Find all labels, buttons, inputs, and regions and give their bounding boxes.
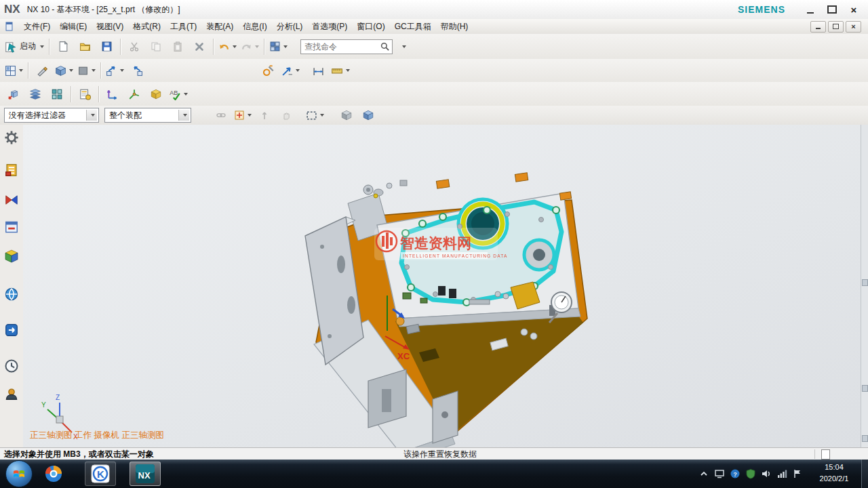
- ruler-button[interactable]: [329, 62, 352, 79]
- clock-time: 15:04: [810, 462, 859, 473]
- marquee-select-button[interactable]: [304, 106, 326, 124]
- sketch-button[interactable]: [31, 62, 53, 79]
- selection-filter-dropdown[interactable]: 没有选择过滤器: [4, 108, 99, 123]
- part-navigator-icon[interactable]: [4, 220, 19, 235]
- tray-chevron-up-icon[interactable]: [698, 468, 709, 479]
- spell-check-icon: AB: [169, 88, 181, 100]
- menu-view[interactable]: 视图(V): [92, 20, 128, 34]
- window-layout-button[interactable]: [267, 38, 290, 56]
- web-browser-icon[interactable]: [4, 287, 19, 302]
- redo-button[interactable]: [239, 38, 261, 56]
- move-component-button[interactable]: [3, 85, 24, 103]
- snap-arrow-button[interactable]: [254, 106, 275, 124]
- scroll-mark[interactable]: [862, 385, 868, 392]
- dimension-button[interactable]: [307, 62, 329, 79]
- copy-button[interactable]: [145, 38, 167, 56]
- mdi-restore-icon: [833, 24, 839, 29]
- scroll-mark[interactable]: [862, 279, 868, 286]
- tray-flag-icon[interactable]: [792, 468, 803, 479]
- graphics-window[interactable]: XC 智造资料网 INTELLIGENT MANUFACTURING DATA: [23, 125, 868, 447]
- menu-preferences[interactable]: 首选项(P): [307, 20, 352, 34]
- orient-view-button[interactable]: [126, 62, 148, 79]
- new-button[interactable]: [52, 38, 74, 56]
- tray-shield-icon[interactable]: [745, 468, 756, 479]
- save-button[interactable]: [96, 38, 117, 56]
- layer-settings-button[interactable]: [24, 85, 46, 103]
- taskbar-nx-button[interactable]: NX: [130, 462, 161, 486]
- transform-icon: [106, 88, 119, 100]
- snap-hand-button[interactable]: [275, 106, 297, 124]
- background-swatch-button[interactable]: [75, 62, 98, 79]
- delete-button[interactable]: [189, 38, 210, 56]
- spell-check-button[interactable]: AB: [167, 85, 190, 103]
- tray-network-icon[interactable]: [776, 468, 787, 479]
- taskbar-kuaizip-button[interactable]: K: [85, 462, 116, 486]
- viewport-scrollbar[interactable]: [861, 125, 868, 447]
- minimize-button[interactable]: [803, 3, 818, 16]
- view-toolbar: [0, 59, 868, 83]
- undo-button[interactable]: [216, 38, 239, 56]
- snap-point-button[interactable]: [232, 106, 254, 124]
- snap-chain-button[interactable]: [210, 106, 232, 124]
- constraint-navigator-icon[interactable]: [4, 192, 19, 207]
- work-part-button[interactable]: [357, 106, 379, 124]
- measure-button[interactable]: [258, 62, 279, 79]
- pattern-component-icon: [51, 88, 63, 100]
- show-hide-component-button[interactable]: [336, 106, 357, 124]
- datum-csys-button[interactable]: [145, 85, 167, 103]
- status-page-icon[interactable]: [821, 449, 830, 460]
- menu-tools[interactable]: 工具(T): [165, 20, 201, 34]
- tray-display-icon[interactable]: [714, 468, 725, 479]
- mdi-restore-button[interactable]: [828, 21, 844, 33]
- vector-button[interactable]: [279, 62, 302, 79]
- datum-axis-button[interactable]: [123, 85, 145, 103]
- taskbar-clock[interactable]: 15:04 2020/2/1: [810, 462, 859, 485]
- paste-button[interactable]: [167, 38, 189, 56]
- menu-help[interactable]: 帮助(H): [436, 20, 473, 34]
- command-finder[interactable]: [300, 39, 393, 54]
- view-grid-button[interactable]: [3, 62, 25, 79]
- search-input[interactable]: [303, 41, 380, 52]
- view-orientation-label: 正三轴测图 工作 摄像机 正三轴测图: [30, 430, 164, 440]
- render-style-button[interactable]: [53, 62, 75, 79]
- menu-edit[interactable]: 编辑(E): [55, 20, 92, 34]
- start-orb[interactable]: [5, 460, 33, 487]
- close-icon: ×: [851, 5, 857, 15]
- tray-help-icon[interactable]: ?: [730, 468, 741, 479]
- mdi-close-button[interactable]: ×: [846, 21, 861, 33]
- menu-bar: 文件(F) 编辑(E) 视图(V) 格式(R) 工具(T) 装配(A) 信息(I…: [0, 19, 868, 35]
- project-view-button[interactable]: [104, 62, 126, 79]
- process-studio-icon[interactable]: [4, 323, 19, 338]
- menu-file[interactable]: 文件(F): [19, 20, 55, 34]
- menu-analysis[interactable]: 分析(L): [272, 20, 308, 34]
- menu-assemblies[interactable]: 装配(A): [201, 20, 238, 34]
- roles-icon[interactable]: [4, 386, 19, 401]
- menu-gc-toolbox[interactable]: GC工具箱: [390, 20, 436, 34]
- chevron-down-icon: [346, 69, 350, 72]
- settings-gear-icon[interactable]: [4, 130, 19, 145]
- reuse-library-icon[interactable]: [4, 249, 19, 264]
- pattern-component-button[interactable]: [46, 85, 68, 103]
- scroll-down-icon[interactable]: [862, 435, 868, 442]
- menu-information[interactable]: 信息(I): [238, 20, 271, 34]
- minimize-icon: [807, 12, 814, 14]
- main-area: XC 智造资料网 INTELLIGENT MANUFACTURING DATA: [0, 125, 868, 447]
- show-desktop-button[interactable]: [861, 460, 868, 488]
- history-icon[interactable]: [4, 359, 19, 373]
- maximize-button[interactable]: [825, 3, 840, 16]
- tray-volume-icon[interactable]: [761, 468, 772, 479]
- report-button[interactable]: [74, 85, 96, 103]
- selection-scope-dropdown[interactable]: 整个装配: [104, 108, 191, 123]
- open-button[interactable]: [74, 38, 96, 56]
- cut-button[interactable]: [123, 38, 145, 56]
- start-button[interactable]: 启动: [3, 38, 46, 56]
- taskbar-browser-button[interactable]: [39, 462, 68, 485]
- snap-hand-icon: [281, 110, 292, 121]
- close-button[interactable]: ×: [846, 3, 861, 16]
- menu-window[interactable]: 窗口(O): [352, 20, 389, 34]
- mdi-minimize-button[interactable]: [810, 21, 826, 33]
- search-options-button[interactable]: [393, 38, 414, 56]
- assembly-navigator-icon[interactable]: [4, 163, 19, 178]
- transform-button[interactable]: [102, 85, 123, 103]
- menu-format[interactable]: 格式(R): [128, 20, 165, 34]
